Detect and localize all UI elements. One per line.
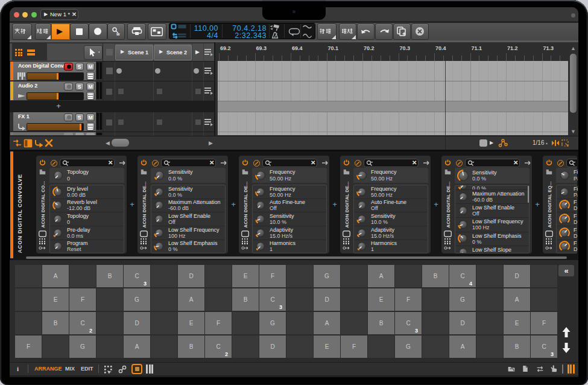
svg-text:w: w (116, 32, 120, 36)
